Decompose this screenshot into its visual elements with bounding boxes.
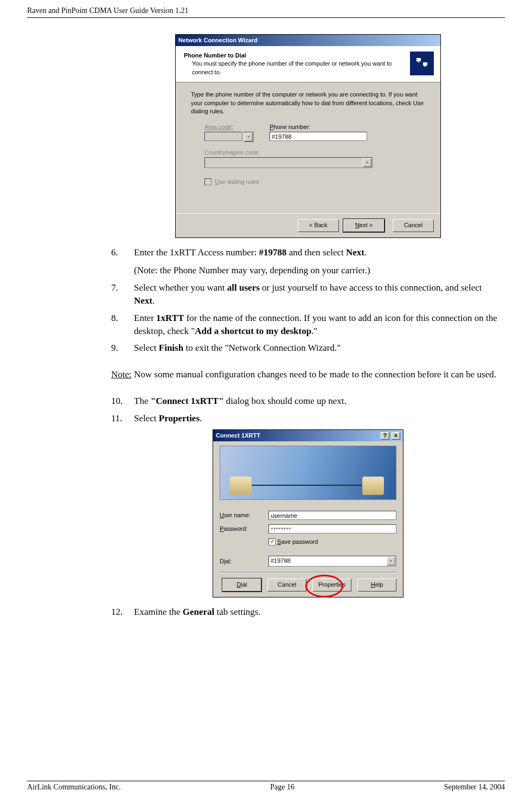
chevron-down-icon: ▾ <box>387 557 395 565</box>
cancel-button[interactable]: Cancel <box>267 579 306 591</box>
footer-center: Page 16 <box>270 782 294 793</box>
country-code-label: Country/region code: <box>204 149 260 157</box>
step-9: 9. Select Finish to exit the "Network Co… <box>134 342 505 355</box>
phone-number-input[interactable]: #19788 <box>270 132 367 141</box>
network-connection-wizard-dialog: Network Connection Wizard Phone Number t… <box>175 34 441 238</box>
username-label: User name: <box>220 511 268 519</box>
next-button[interactable]: Next > <box>343 219 384 232</box>
close-icon[interactable]: × <box>392 432 400 440</box>
step-7: 7. Select whether you want all users or … <box>134 281 505 307</box>
chevron-down-icon: ▾ <box>244 133 253 142</box>
help-icon[interactable]: ? <box>381 432 389 440</box>
dialog-heading: Phone Number to Dial <box>184 52 432 60</box>
dial-button[interactable]: Dial <box>222 579 261 591</box>
password-label: Password: <box>220 525 268 533</box>
dialer-artwork <box>220 446 396 500</box>
dial-label: Dial: <box>220 557 268 565</box>
phone-network-icon <box>410 52 434 75</box>
dial-select[interactable]: #19788 ▾ <box>268 556 396 567</box>
save-password-label: Save password <box>275 538 318 546</box>
dialog-subtext: You must specify the phone number of the… <box>184 60 398 76</box>
footer-right: September 14, 2004 <box>444 782 505 793</box>
back-button[interactable]: < Back <box>298 219 339 232</box>
properties-button[interactable]: Properties <box>312 579 351 591</box>
step-8: 8. Enter 1xRTT for the name of the conne… <box>134 312 505 338</box>
step-11: 11. Select Properties. <box>134 412 505 425</box>
note-paragraph: Note: Now some manual configuration chan… <box>111 368 505 381</box>
step-12: 12. Examine the General tab settings. <box>134 606 505 619</box>
dialog-title: Network Connection Wizard <box>178 36 258 44</box>
phone-number-label: Phone number: <box>270 123 310 131</box>
use-dialing-rules-checkbox[interactable] <box>204 178 211 185</box>
use-dialing-rules-label: Use dialing rules <box>213 178 259 185</box>
page-header: Raven and PinPoint CDMA User Guide Versi… <box>27 5 505 18</box>
dialog-title: Connect 1XRTT <box>216 432 260 440</box>
country-code-select: ▾ <box>204 157 373 168</box>
username-input[interactable]: username <box>268 511 396 520</box>
step-10: 10. The "Connect 1xRTT" dialog box shoul… <box>134 395 505 408</box>
help-button[interactable]: Help <box>357 579 396 591</box>
step-6-note: (Note: the Phone Number may vary, depend… <box>134 264 505 277</box>
connect-1xrtt-dialog: Connect 1XRTT ? × User name: <box>213 429 403 597</box>
area-code-input <box>204 132 242 141</box>
area-code-label: Area code: <box>204 123 233 131</box>
dialog-instructions: Type the phone number of the computer or… <box>191 91 425 115</box>
page-footer: AirLink Communications, Inc. Page 16 Sep… <box>27 781 505 793</box>
chevron-down-icon: ▾ <box>363 158 371 167</box>
password-input[interactable]: ×××××××× <box>268 524 396 534</box>
step-6: 6. Enter the 1xRTT Access number: #19788… <box>134 246 505 278</box>
dialog-titlebar: Connect 1XRTT ? × <box>213 430 403 441</box>
cancel-button[interactable]: Cancel <box>393 219 434 232</box>
save-password-checkbox[interactable]: ✓ <box>268 538 275 545</box>
footer-left: AirLink Communications, Inc. <box>27 782 121 793</box>
dialog-titlebar: Network Connection Wizard <box>176 35 440 46</box>
